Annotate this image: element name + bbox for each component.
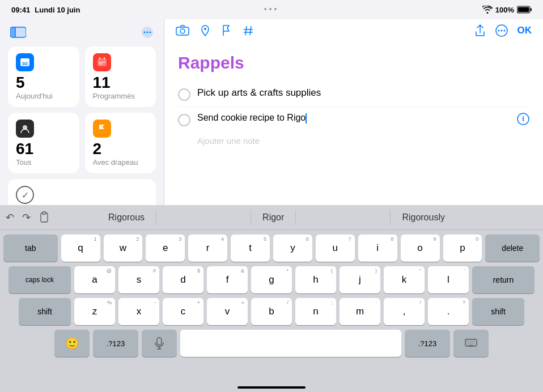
reminder-cards-grid: 3G 5 Aujourd'hui 11 Programmés 61 Tous <box>8 46 156 173</box>
location-icon[interactable] <box>200 24 211 37</box>
ok-button[interactable]: OK <box>517 25 532 36</box>
card-all[interactable]: 61 Tous <box>8 113 79 173</box>
key-z[interactable]: %z <box>74 298 115 325</box>
key-t[interactable]: 5t <box>231 235 270 262</box>
key-return[interactable]: return <box>472 266 534 293</box>
svg-text:i: i <box>522 114 524 123</box>
key-row-3: shift %z -x +c =v /b ;n :m !, ?. shift <box>3 298 540 325</box>
toolbar-left-icons <box>176 24 254 37</box>
status-time: 09:41 <box>11 6 30 14</box>
flagged-label: Avec drapeau <box>93 158 149 167</box>
key-period[interactable]: ?. <box>428 298 469 325</box>
svg-rect-11 <box>20 58 29 61</box>
key-o[interactable]: 9o <box>401 235 440 262</box>
hashtag-icon[interactable] <box>243 24 254 37</box>
all-icon <box>16 120 34 138</box>
svg-point-27 <box>498 30 499 32</box>
key-emoji[interactable]: 🙂 <box>54 330 90 357</box>
card-scheduled[interactable]: 11 Programmés <box>85 46 156 107</box>
key-n[interactable]: ;n <box>295 298 336 325</box>
key-f[interactable]: &f <box>207 266 248 293</box>
add-note-placeholder[interactable]: Ajouter une note <box>178 134 529 148</box>
sidebar-toggle-icon[interactable] <box>10 26 26 39</box>
sidebar-more-icon[interactable] <box>141 26 154 39</box>
suggestion-0[interactable]: Rigorous <box>97 210 156 225</box>
reminder-checkbox-1[interactable] <box>178 88 190 101</box>
key-b[interactable]: /b <box>251 298 292 325</box>
key-a[interactable]: @a <box>74 266 115 293</box>
reminder-item-1[interactable]: Pick up arts & crafts supplies <box>178 82 529 107</box>
key-m[interactable]: :m <box>340 298 380 325</box>
svg-rect-3 <box>10 27 15 37</box>
scheduled-icon <box>93 53 111 71</box>
key-x[interactable]: -x <box>118 298 159 325</box>
svg-rect-34 <box>157 338 162 345</box>
key-symbols-left[interactable]: .?123 <box>93 330 138 357</box>
drag-indicator: ••• <box>264 5 279 14</box>
scheduled-count: 11 <box>93 75 149 91</box>
flag-icon[interactable] <box>221 24 232 37</box>
key-w[interactable]: 2w <box>104 235 143 262</box>
info-icon-2[interactable]: i <box>517 113 529 128</box>
key-shift-left[interactable]: shift <box>19 298 71 325</box>
undo-icon[interactable]: ↶ <box>6 211 14 224</box>
key-tab[interactable]: tab <box>3 235 58 262</box>
key-j[interactable]: )j <box>340 266 380 293</box>
all-label: Tous <box>16 158 71 167</box>
key-space[interactable] <box>180 330 401 357</box>
key-symbols-right[interactable]: .?123 <box>405 330 450 357</box>
key-row-2: caps lock @a #s $d &f *g (h )j "k 'l ret… <box>3 266 540 293</box>
card-today[interactable]: 3G 5 Aujourd'hui <box>8 46 79 107</box>
key-e[interactable]: 3e <box>146 235 185 262</box>
suggestion-2[interactable]: Rigorously <box>390 210 456 225</box>
text-cursor <box>306 113 307 123</box>
reminder-checkbox-2[interactable] <box>178 114 190 126</box>
key-shift-right[interactable]: shift <box>472 298 524 325</box>
svg-point-9 <box>150 32 151 33</box>
key-l[interactable]: 'l <box>428 266 469 293</box>
key-k[interactable]: "k <box>384 266 425 293</box>
key-row-1: tab 1q 2w 3e 4r 5t 6y 7u 8i 9o 0p delete <box>3 235 540 262</box>
card-flagged[interactable]: 2 Avec drapeau <box>85 113 156 173</box>
key-g[interactable]: *g <box>251 266 292 293</box>
key-h[interactable]: (h <box>295 266 336 293</box>
battery-icon <box>517 6 532 14</box>
redo-icon[interactable]: ↷ <box>22 211 31 224</box>
svg-point-28 <box>500 30 502 32</box>
key-c[interactable]: +c <box>163 298 203 325</box>
today-count: 5 <box>16 75 71 91</box>
today-icon: 3G <box>16 53 34 71</box>
key-delete[interactable]: delete <box>485 235 540 262</box>
share-icon[interactable] <box>474 24 486 37</box>
key-y[interactable]: 6y <box>273 235 312 262</box>
key-mic[interactable] <box>142 330 177 357</box>
svg-point-8 <box>147 32 149 33</box>
key-u[interactable]: 7u <box>316 235 355 262</box>
photo-icon[interactable] <box>176 25 189 36</box>
key-i[interactable]: 8i <box>358 235 397 262</box>
key-q[interactable]: 1q <box>61 235 100 262</box>
status-bar: 09:41 Lundi 10 juin ••• 100% <box>0 0 543 19</box>
reminder-text-1: Pick up arts & crafts supplies <box>197 87 529 99</box>
suggestion-1[interactable]: Rigor <box>251 210 296 225</box>
key-comma[interactable]: !, <box>384 298 425 325</box>
key-d[interactable]: $d <box>163 266 203 293</box>
key-caps-lock[interactable]: caps lock <box>9 266 71 293</box>
key-keyboard[interactable] <box>453 330 489 357</box>
svg-text:3G: 3G <box>22 62 28 66</box>
reminder-item-2[interactable]: Send cookie recipe to Rigo i <box>178 107 529 134</box>
more-icon[interactable] <box>495 24 508 37</box>
all-count: 61 <box>16 141 71 157</box>
key-row-4: 🙂 .?123 .?123 <box>3 330 540 357</box>
svg-point-7 <box>144 32 146 33</box>
clipboard-icon[interactable] <box>39 211 50 224</box>
key-p[interactable]: 0p <box>443 235 482 262</box>
svg-point-20 <box>180 29 185 33</box>
wifi-icon <box>482 6 493 14</box>
svg-rect-37 <box>465 339 477 346</box>
toolbar-right-icons: OK <box>474 24 532 37</box>
key-s[interactable]: #s <box>118 266 159 293</box>
flagged-count: 2 <box>93 141 149 157</box>
key-r[interactable]: 4r <box>188 235 227 262</box>
key-v[interactable]: =v <box>207 298 248 325</box>
